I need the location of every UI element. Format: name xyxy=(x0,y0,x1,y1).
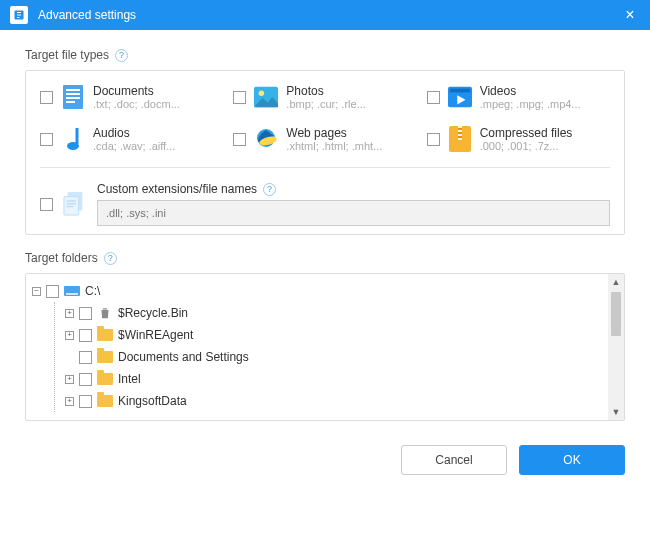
type-label: Documents xyxy=(93,84,180,98)
checkbox-audios[interactable] xyxy=(40,133,53,146)
svg-rect-3 xyxy=(66,93,80,95)
type-videos[interactable]: Videos .mpeg; .mpg; .mp4... xyxy=(427,83,610,111)
tree-checkbox[interactable] xyxy=(79,351,92,364)
svg-rect-9 xyxy=(450,89,470,93)
tree-node[interactable]: + $WinREAgent xyxy=(65,324,602,346)
file-types-panel: Documents .txt; .doc; .docm... Photos .b… xyxy=(25,70,625,235)
collapse-icon[interactable]: − xyxy=(32,287,41,296)
compressed-icon xyxy=(448,125,472,153)
scroll-down-icon[interactable]: ▼ xyxy=(608,404,624,420)
checkbox-custom[interactable] xyxy=(40,198,53,211)
tree-checkbox[interactable] xyxy=(79,307,92,320)
type-documents[interactable]: Documents .txt; .doc; .docm... xyxy=(40,83,223,111)
type-label: Photos xyxy=(286,84,365,98)
tree-checkbox[interactable] xyxy=(79,373,92,386)
type-ext: .xhtml; .html; .mht... xyxy=(286,140,382,152)
section-types-text: Target file types xyxy=(25,48,109,62)
svg-rect-18 xyxy=(458,136,462,138)
scroll-thumb[interactable] xyxy=(611,292,621,336)
folder-icon xyxy=(97,372,113,386)
type-ext: .mpeg; .mpg; .mp4... xyxy=(480,98,581,110)
svg-rect-17 xyxy=(458,132,462,134)
tree-label: C:\ xyxy=(85,284,100,298)
svg-rect-2 xyxy=(66,89,80,91)
titlebar: Advanced settings × xyxy=(0,0,650,30)
target-folders-label: Target folders ? xyxy=(25,251,625,265)
tree-node-root[interactable]: − C:\ xyxy=(32,280,602,302)
scroll-up-icon[interactable]: ▲ xyxy=(608,274,624,290)
type-label: Compressed files xyxy=(480,126,573,140)
type-ext: .bmp; .cur; .rle... xyxy=(286,98,365,110)
custom-label-text: Custom extensions/file names xyxy=(97,182,257,196)
expand-icon[interactable]: + xyxy=(65,309,74,318)
tree-node[interactable]: + Intel xyxy=(65,368,602,390)
tree-label: Documents and Settings xyxy=(118,350,249,364)
type-label: Audios xyxy=(93,126,175,140)
audios-icon xyxy=(61,125,85,153)
checkbox-compressed[interactable] xyxy=(427,133,440,146)
target-file-types-label: Target file types ? xyxy=(25,48,625,62)
svg-rect-4 xyxy=(66,97,80,99)
type-web[interactable]: Web pages .xhtml; .html; .mht... xyxy=(233,125,416,153)
folder-tree-panel: − C:\ + $Recycle.Bin + $WinREAgent xyxy=(25,273,625,421)
tree-label: $Recycle.Bin xyxy=(118,306,188,320)
custom-extensions-input[interactable] xyxy=(97,200,610,226)
tree-label: $WinREAgent xyxy=(118,328,193,342)
scrollbar[interactable]: ▲ ▼ xyxy=(608,274,624,420)
type-audios[interactable]: Audios .cda; .wav; .aiff... xyxy=(40,125,223,153)
type-photos[interactable]: Photos .bmp; .cur; .rle... xyxy=(233,83,416,111)
checkbox-videos[interactable] xyxy=(427,91,440,104)
svg-rect-23 xyxy=(67,206,73,207)
svg-rect-5 xyxy=(66,101,75,103)
svg-rect-21 xyxy=(67,200,76,201)
folder-tree[interactable]: − C:\ + $Recycle.Bin + $WinREAgent xyxy=(26,274,608,420)
type-compressed[interactable]: Compressed files .000; .001; .7z... xyxy=(427,125,610,153)
folder-icon xyxy=(97,394,113,408)
tree-node[interactable]: + KingsoftData xyxy=(65,390,602,412)
tree-label: Intel xyxy=(118,372,141,386)
tree-checkbox[interactable] xyxy=(79,329,92,342)
folder-icon xyxy=(97,328,113,342)
svg-point-11 xyxy=(67,142,79,150)
cancel-button[interactable]: Cancel xyxy=(401,445,507,475)
checkbox-root[interactable] xyxy=(46,285,59,298)
checkbox-documents[interactable] xyxy=(40,91,53,104)
tree-node[interactable]: + $Recycle.Bin xyxy=(65,302,602,324)
close-icon[interactable]: × xyxy=(620,6,640,24)
expand-icon[interactable]: + xyxy=(65,397,74,406)
section-folders-text: Target folders xyxy=(25,251,98,265)
expand-icon[interactable]: + xyxy=(65,331,74,340)
web-icon xyxy=(254,125,278,153)
help-icon[interactable]: ? xyxy=(104,252,117,265)
type-ext: .cda; .wav; .aiff... xyxy=(93,140,175,152)
help-icon[interactable]: ? xyxy=(115,49,128,62)
custom-extensions-row: Custom extensions/file names ? xyxy=(40,182,610,226)
drive-icon xyxy=(64,284,80,298)
help-icon[interactable]: ? xyxy=(263,183,276,196)
tree-node[interactable]: Documents and Settings xyxy=(65,346,602,368)
svg-point-7 xyxy=(259,91,265,97)
photos-icon xyxy=(254,83,278,111)
ok-button[interactable]: OK xyxy=(519,445,625,475)
folder-icon xyxy=(97,350,113,364)
svg-rect-16 xyxy=(458,128,462,130)
tree-label: KingsoftData xyxy=(118,394,187,408)
type-label: Web pages xyxy=(286,126,382,140)
checkbox-web[interactable] xyxy=(233,133,246,146)
svg-rect-22 xyxy=(67,203,76,204)
recycle-bin-icon xyxy=(97,306,113,320)
window-title: Advanced settings xyxy=(38,8,620,22)
app-icon xyxy=(10,6,28,24)
tree-checkbox[interactable] xyxy=(79,395,92,408)
expand-icon[interactable]: + xyxy=(65,375,74,384)
custom-files-icon xyxy=(63,190,87,218)
documents-icon xyxy=(61,83,85,111)
type-ext: .txt; .doc; .docm... xyxy=(93,98,180,110)
checkbox-photos[interactable] xyxy=(233,91,246,104)
videos-icon xyxy=(448,83,472,111)
type-ext: .000; .001; .7z... xyxy=(480,140,573,152)
type-label: Videos xyxy=(480,84,581,98)
